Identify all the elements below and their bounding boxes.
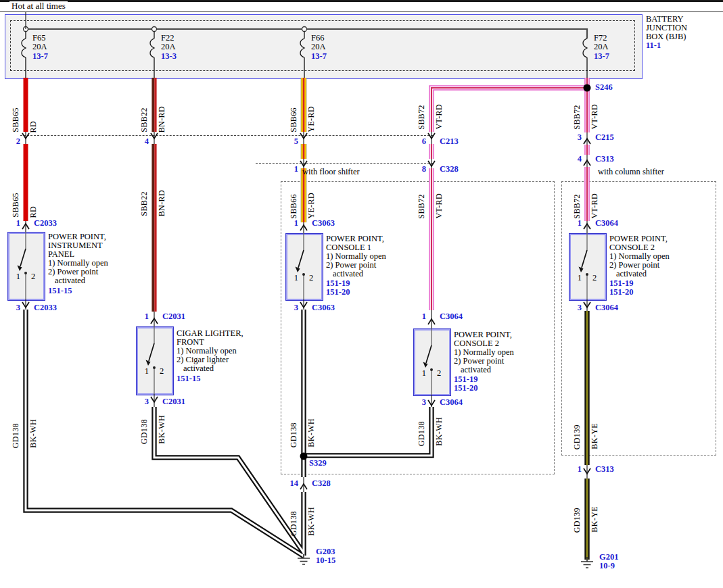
wire-label-circuit: GD138: [289, 511, 298, 536]
wire-label-color: VT-RD: [590, 193, 599, 219]
column-shifter-label: with column shifter: [598, 168, 664, 176]
wire-label-circuit: GD139: [573, 424, 582, 449]
wire-label-color: BK-YE: [590, 423, 599, 449]
terminal-1-label: 1: [418, 369, 426, 378]
pin-number: 1: [281, 219, 298, 228]
ground-symbols: [298, 554, 593, 568]
wire-label-circuit: GD138: [140, 419, 149, 444]
wire-label-color: BK-WH: [307, 507, 316, 536]
wire-label-circuit: SBB72: [573, 194, 582, 219]
header-rule: [0, 11, 723, 12]
wire-label-circuit: SBB66: [289, 194, 298, 219]
terminal-1-label: 1: [141, 367, 149, 376]
wire-sbb22-bnrd: [153, 78, 156, 312]
pin-number: 3: [281, 303, 298, 312]
pin-number: 6: [409, 137, 426, 146]
fuse-f72-ref: 13-7: [594, 52, 609, 61]
splice-s329-label: S329: [309, 459, 327, 468]
wire-label-circuit: SBB72: [573, 105, 582, 130]
pin-number: 1: [409, 312, 426, 321]
pin-number: 3: [409, 398, 426, 407]
wire-label-circuit: SBB65: [11, 107, 20, 132]
wire-label-color: BK-YE: [590, 506, 599, 533]
terminal-2-label: 2: [592, 274, 597, 283]
connector-name: C3063: [312, 219, 335, 228]
wire-label-color: BN-RD: [158, 106, 166, 132]
connector-line-2: [256, 163, 433, 164]
wire-label-circuit: GD138: [417, 421, 426, 446]
component-page-ref: 151-20: [609, 288, 633, 297]
power-point-instrument-panel-box: [7, 232, 45, 301]
pin-number: 1: [131, 312, 149, 321]
top-border: [0, 0, 723, 2]
fuse-f22-rating: 20A: [161, 43, 176, 51]
component-page-ref: 151-20: [454, 384, 477, 393]
fuse-f65-rating: 20A: [32, 43, 47, 51]
wire-label-color: VT-RD: [435, 193, 444, 219]
wire-label-color: BN-RD: [158, 190, 166, 216]
connector-name: C215: [595, 133, 614, 142]
component-note: activated: [333, 270, 363, 278]
pin-number: 14: [281, 479, 298, 488]
power-point-console2-floor-box: [413, 328, 451, 396]
wire-label-circuit: GD138: [289, 422, 298, 447]
connector-name: C3064: [440, 312, 463, 321]
fuse-f72-rating: 20A: [594, 43, 609, 51]
connector-name: C2031: [162, 312, 185, 321]
connector-name: C313: [595, 465, 614, 474]
pin-number: 4: [131, 137, 149, 146]
component-note: activated: [55, 276, 85, 285]
pin-number: 1: [281, 165, 298, 174]
terminal-2-label: 2: [160, 367, 164, 376]
fuse-f66-rating: 20A: [311, 43, 326, 51]
connector-name: C328: [312, 479, 331, 488]
wire-label-circuit: SBB22: [140, 107, 149, 132]
hot-at-all-times-label: Hot at all times: [9, 1, 68, 11]
connector-name: C3064: [595, 219, 618, 228]
wire-label-circuit: SBB22: [140, 191, 149, 216]
fuse-f66-ref: 13-7: [311, 52, 327, 61]
wire-label-color: YE-RD: [307, 193, 316, 219]
connector-name: C2033: [34, 219, 57, 228]
component-note: activated: [616, 270, 647, 278]
ground-g203-ref: 10-15: [316, 556, 335, 565]
floor-shifter-label: with floor shifter: [302, 168, 360, 176]
connector-name: C328: [440, 165, 459, 174]
connector-line-1: [20, 135, 433, 136]
component-page-ref: 151-20: [326, 288, 350, 297]
pin-number: 2: [3, 137, 20, 146]
wiring-diagram: Hot at all times BATTERY JUNCTION BOX (B…: [0, 0, 723, 588]
fuse-f22-ref: 13-3: [161, 52, 177, 61]
wire-label-color: BK-WH: [435, 417, 444, 446]
connector-name: C3063: [312, 303, 335, 312]
connector-name: C3064: [595, 303, 618, 312]
wire-label-circuit: SBB72: [417, 194, 426, 219]
wire-label-color: BK-WH: [307, 418, 316, 447]
power-point-console2-column-box: [569, 233, 607, 301]
terminal-1-label: 1: [574, 274, 582, 283]
wire-label-color: RD: [29, 206, 38, 218]
wire-label-color: VT-RD: [590, 104, 599, 130]
wire-label-color: VT-RD: [435, 104, 444, 130]
connector-name: C2031: [162, 397, 185, 406]
pin-number: 3: [564, 303, 582, 312]
wire-label-circuit: GD138: [11, 423, 20, 448]
terminal-2-label: 2: [309, 274, 313, 283]
wire-label-circuit: GD139: [573, 508, 582, 533]
pin-number: 1: [3, 219, 20, 228]
splice-s246-label: S246: [595, 83, 613, 92]
wire-label-color: RD: [29, 121, 38, 132]
wire-label-circuit: SBB72: [417, 105, 426, 130]
connector-name: C2033: [34, 303, 57, 312]
terminal-1-label: 1: [290, 274, 298, 283]
connector-name: C313: [595, 155, 614, 164]
component-page-ref: 151-15: [48, 287, 72, 295]
wire-label-color: BK-WH: [158, 415, 166, 444]
pin-number: 1: [564, 219, 582, 228]
pin-number: 3: [564, 133, 582, 142]
terminal-2-label: 2: [31, 272, 35, 281]
wire-label-circuit: SBB66: [289, 107, 298, 132]
component-note: activated: [183, 364, 214, 373]
bjb-page-ref: 11-1: [646, 41, 661, 50]
connector-name: C3064: [440, 398, 463, 407]
